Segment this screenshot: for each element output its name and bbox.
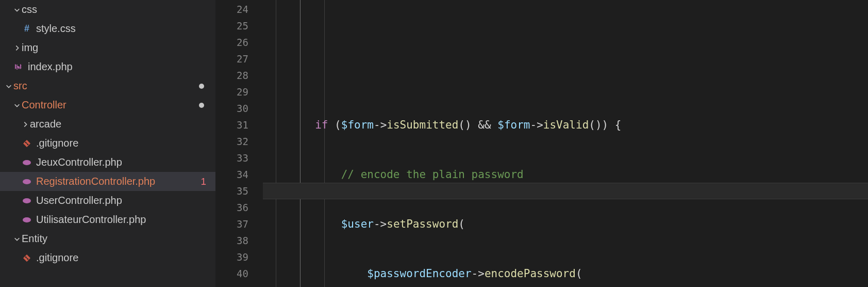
line-number: 34 [215, 166, 248, 183]
folder-label: img [22, 42, 38, 54]
svg-point-3 [23, 179, 31, 184]
git-file-icon [21, 254, 33, 262]
line-number: 33 [215, 150, 248, 166]
modified-dot-icon [199, 103, 204, 108]
chevron-right-icon [12, 44, 22, 52]
code-line[interactable]: // encode the plain password [263, 166, 868, 183]
modified-dot-icon [199, 84, 204, 89]
line-number: 37 [215, 216, 248, 232]
chevron-down-icon [12, 102, 22, 109]
line-number: 31 [215, 117, 248, 133]
folder-label: Entity [22, 233, 47, 245]
line-number: 29 [215, 84, 248, 100]
file-user-controller[interactable]: UserController.php [0, 191, 215, 210]
file-registration-controller[interactable]: RegistrationController.php 1 [0, 172, 215, 191]
line-number: 35 [215, 183, 248, 199]
chevron-down-icon [4, 83, 13, 90]
folder-src[interactable]: src [0, 76, 215, 95]
folder-label: arcade [30, 118, 61, 130]
folder-controller[interactable]: Controller [0, 95, 215, 115]
file-label: UserController.php [36, 195, 122, 206]
file-utilisateur-controller[interactable]: UtilisateurController.php [0, 210, 215, 229]
chevron-down-icon [12, 235, 22, 243]
line-number: 24 [215, 1, 248, 18]
folder-img[interactable]: img [0, 38, 215, 57]
folder-label: Controller [22, 99, 66, 111]
svg-point-5 [23, 217, 31, 222]
svg-point-4 [23, 198, 31, 203]
php-file-icon [21, 217, 33, 223]
line-number: 25 [215, 18, 248, 34]
folder-arcade[interactable]: arcade [0, 115, 215, 134]
file-gitignore-2[interactable]: .gitignore [0, 248, 215, 267]
file-label: RegistrationController.php [36, 176, 155, 187]
line-number: 36 [215, 199, 248, 216]
css-file-icon: # [21, 23, 33, 34]
line-number: 30 [215, 100, 248, 117]
php-file-icon [21, 179, 33, 185]
git-file-icon [21, 139, 33, 148]
php-file-icon [12, 63, 25, 71]
line-number: 38 [215, 232, 248, 249]
error-count-badge: 1 [201, 176, 206, 187]
folder-css[interactable]: css [0, 0, 215, 19]
php-file-icon [21, 160, 33, 166]
file-label: style.css [36, 23, 76, 35]
line-number-gutter: 2425262728293031323334353637383940 [215, 0, 263, 287]
php-file-icon [21, 198, 33, 204]
line-number: 26 [215, 34, 248, 51]
file-jeux-controller[interactable]: JeuxController.php [0, 153, 215, 172]
code-line[interactable]: $passwordEncoder->encodePassword( [263, 265, 868, 282]
line-number: 40 [215, 265, 248, 282]
folder-label: css [22, 4, 37, 15]
code-editor[interactable]: if ($form->isSubmitted() && $form->isVal… [263, 0, 868, 287]
file-explorer: css # style.css img index.php src Contro… [0, 0, 215, 287]
folder-label: src [13, 80, 27, 92]
svg-point-2 [23, 160, 31, 165]
line-number: 39 [215, 249, 248, 265]
chevron-down-icon [12, 6, 22, 13]
line-number: 32 [215, 133, 248, 150]
line-number: 27 [215, 51, 248, 67]
file-style-css[interactable]: # style.css [0, 19, 215, 38]
code-line[interactable]: $user->setPassword( [263, 216, 868, 232]
file-label: UtilisateurController.php [36, 214, 146, 226]
file-label: index.php [28, 61, 73, 73]
file-gitignore-1[interactable]: .gitignore [0, 134, 215, 153]
file-index-php[interactable]: index.php [0, 57, 215, 76]
file-label: .gitignore [36, 252, 78, 264]
code-line[interactable]: if ($form->isSubmitted() && $form->isVal… [263, 117, 868, 133]
line-number: 28 [215, 67, 248, 84]
folder-entity[interactable]: Entity [0, 229, 215, 248]
chevron-right-icon [21, 121, 30, 128]
file-label: JeuxController.php [36, 156, 122, 168]
file-label: .gitignore [36, 137, 78, 149]
